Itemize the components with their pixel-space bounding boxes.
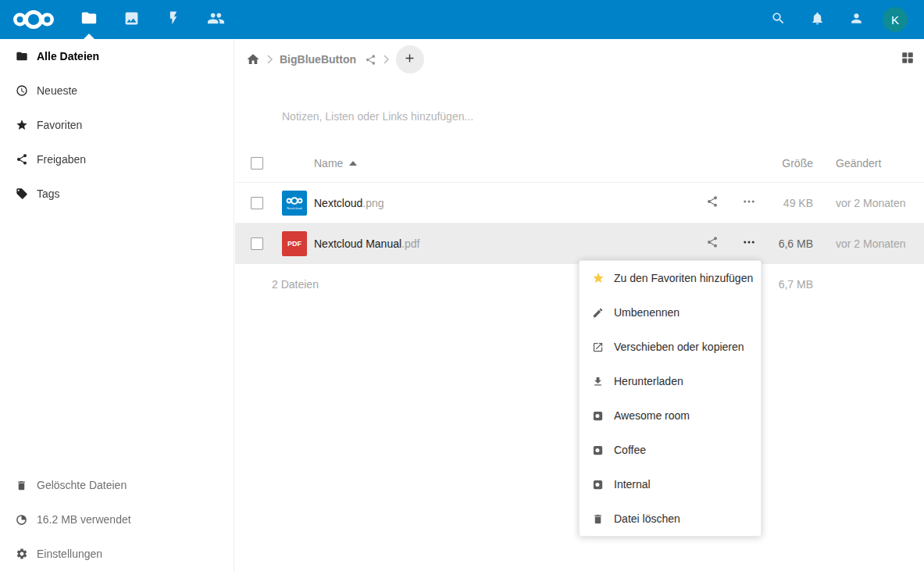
more-actions-button-active[interactable] (730, 235, 767, 252)
photos-icon (123, 10, 140, 30)
file-name[interactable]: Nextcloud Manual (314, 237, 401, 250)
file-extension: .png (362, 197, 384, 209)
notifications-button[interactable] (797, 0, 837, 39)
menu-item-label: Coffee (614, 444, 646, 456)
star-icon (16, 119, 28, 131)
user-menu[interactable]: K (876, 0, 915, 39)
menu-item-move-or-copy[interactable]: Verschieben oder kopieren (580, 330, 761, 364)
menu-item-rename[interactable]: Umbenennen (580, 295, 761, 330)
file-row-nextcloud-manual-pdf[interactable]: PDF Nextcloud Manual.pdf 6,6 MB vor 2 Mo… (235, 223, 924, 264)
column-header-modified[interactable]: Geändert (813, 157, 924, 170)
sidebar-item-all-files[interactable]: Alle Dateien (0, 39, 234, 73)
quota-icon (16, 513, 28, 526)
more-icon (742, 235, 756, 252)
sidebar: Alle Dateien Neueste Favoriten Freigaben… (0, 39, 234, 571)
nextcloud-logo[interactable] (0, 8, 68, 31)
sidebar-item-settings[interactable]: Einstellungen (0, 537, 234, 571)
folder-icon (16, 50, 28, 62)
gear-icon (16, 548, 28, 560)
new-file-button[interactable] (396, 45, 424, 73)
png-thumbnail-icon: Nextcloud (282, 191, 307, 216)
search-icon (771, 11, 786, 29)
column-header-name[interactable]: Name (314, 157, 343, 170)
menu-item-label: Zu den Favoriten hinzufügen (614, 272, 753, 284)
menu-item-room-internal[interactable]: Internal (580, 467, 761, 501)
sidebar-item-label: 16.2 MB verwendet (37, 513, 131, 526)
move-icon (592, 341, 605, 353)
summary-total-size: 6,7 MB (767, 278, 813, 291)
file-row-nextcloud-png[interactable]: Nextcloud Nextcloud.png 49 KB vor 2 Mona… (235, 183, 924, 223)
sidebar-item-label: Favoriten (37, 119, 82, 131)
menu-item-download[interactable]: Herunterladen (580, 364, 761, 398)
row-checkbox[interactable] (251, 237, 263, 250)
notes-input[interactable] (282, 105, 610, 128)
menu-item-label: Internal (614, 478, 651, 491)
pdf-label: PDF (287, 240, 301, 248)
sidebar-item-label: Neueste (37, 84, 77, 97)
menu-item-label: Verschieben oder kopieren (614, 341, 744, 353)
file-extension: .pdf (401, 237, 419, 250)
column-header-size[interactable]: Größe (767, 157, 813, 170)
summary-file-count: 2 Dateien (272, 278, 319, 291)
clock-icon (16, 84, 28, 97)
pencil-icon (592, 306, 605, 319)
grid-icon (901, 51, 915, 68)
sidebar-item-label: Freigaben (37, 153, 86, 166)
avatar[interactable]: K (883, 7, 908, 32)
share-button[interactable] (694, 195, 730, 210)
file-actions-menu: Zu den Favoriten hinzufügen Umbenennen V… (579, 260, 762, 537)
breadcrumb-share-icon[interactable] (365, 54, 376, 66)
home-icon[interactable] (246, 52, 260, 66)
menu-item-room-coffee[interactable]: Coffee (580, 433, 761, 467)
thumbnail-label: Nextcloud (287, 206, 302, 210)
trash-icon (592, 512, 605, 525)
grid-view-toggle[interactable] (901, 51, 915, 68)
select-all-checkbox[interactable] (251, 157, 263, 170)
app-contacts-button[interactable] (194, 0, 237, 39)
share-button[interactable] (694, 236, 730, 251)
menu-item-label: Awesome room (614, 409, 690, 422)
search-button[interactable] (758, 0, 797, 39)
sidebar-item-quota[interactable]: 16.2 MB verwendet (0, 502, 234, 537)
plus-icon (403, 52, 416, 68)
sidebar-item-deleted-files[interactable]: Gelöschte Dateien (0, 468, 234, 502)
menu-item-add-to-favorites[interactable]: Zu den Favoriten hinzufügen (580, 261, 761, 295)
file-name[interactable]: Nextcloud (314, 197, 362, 209)
menu-item-room-awesome[interactable]: Awesome room (580, 398, 761, 433)
bell-icon (810, 11, 825, 29)
menu-item-delete-file[interactable]: Datei löschen (580, 501, 761, 536)
menu-item-label: Datei löschen (614, 512, 680, 525)
tag-icon (16, 187, 28, 200)
sidebar-item-tags[interactable]: Tags (0, 177, 234, 211)
share-icon (706, 195, 719, 210)
file-size: 6,6 MB (767, 237, 813, 250)
nextcloud-logo-icon (12, 8, 55, 31)
file-modified: vor 2 Monaten (813, 237, 924, 250)
pdf-file-icon: PDF (282, 231, 307, 256)
room-icon (592, 409, 605, 422)
more-actions-button[interactable] (730, 194, 767, 211)
breadcrumb-current-folder[interactable]: BigBlueButton (280, 53, 356, 66)
breadcrumb: BigBlueButton (246, 42, 915, 77)
app-files-button[interactable] (68, 0, 110, 39)
room-icon (592, 444, 605, 456)
more-icon (742, 194, 756, 211)
sidebar-item-shares[interactable]: Freigaben (0, 142, 234, 177)
contacts-menu-button[interactable] (837, 0, 876, 39)
person-icon (849, 11, 864, 29)
share-icon (16, 153, 28, 166)
chevron-right-icon (384, 55, 389, 64)
star-icon (592, 272, 605, 284)
sidebar-item-favorites[interactable]: Favoriten (0, 108, 234, 142)
header-bar: K (0, 0, 924, 39)
contacts-icon (207, 9, 225, 30)
sort-ascending-icon (349, 161, 357, 166)
room-icon (592, 478, 605, 491)
app-activity-button[interactable] (152, 0, 194, 39)
sidebar-item-recent[interactable]: Neueste (0, 73, 234, 108)
folder-icon (80, 9, 98, 30)
sidebar-item-label: Alle Dateien (37, 50, 99, 62)
app-photos-button[interactable] (110, 0, 152, 39)
download-icon (592, 375, 605, 387)
row-checkbox[interactable] (251, 197, 263, 209)
